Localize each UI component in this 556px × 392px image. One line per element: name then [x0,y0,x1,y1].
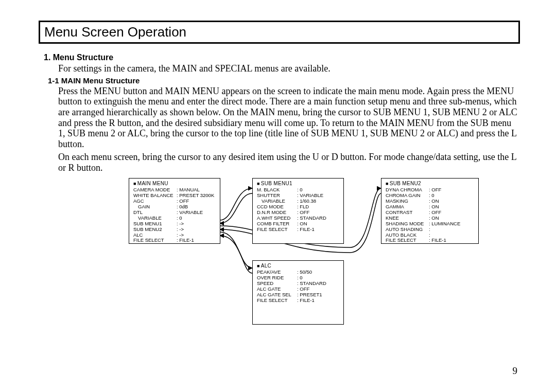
menu-row: FILE SELECT: FILE-1 [257,227,339,233]
menu-row-key: FILE SELECT [257,298,297,304]
text-main-menu-para1: Press the MENU button and MAIN MENU appe… [58,86,520,150]
alc-menu-rows: PEAK/AVE: 50/50OVER RIDE: 0SPEED: STANDA… [257,270,339,304]
menu-row-value: ON [300,221,307,227]
sub-menu1-rows: M. BLACK: 0SHUTTER: VARIABLEVARIABLE: 1/… [257,187,339,232]
main-menu-rows: CAMERA MODE: MANUALWHITE BALANCE: PRESET… [133,187,216,243]
menu-row-key: SHADING MODE [386,221,429,227]
menu-row-key: COMB FILTER [257,221,297,227]
menu-row: SUB MENU1: -> [133,221,216,227]
menu-row-value: FILE-1 [431,238,446,243]
page-title: Menu Screen Operation [39,21,520,44]
menu-row: SUB MENU2: -> [133,227,216,233]
menu-row: FILE SELECT: FILE-1 [386,238,474,243]
menu-row-value: FILE-1 [300,227,315,233]
menu-row: FILE SELECT: FILE-1 [133,238,216,243]
menu-row-key: GAIN [138,204,177,210]
menu-row-value: VARIABLE [179,210,203,216]
menu-row-key: AUTO SHADING [386,227,429,233]
menu-row: FILE SELECT: FILE-1 [257,298,339,304]
main-menu-box: MAIN MENU CAMERA MODE: MANUALWHITE BALAN… [129,178,220,244]
menu-row: WHITE BALANCE: PRESET 3200K [133,193,216,199]
menu-row-value: FILE-1 [300,298,315,304]
menu-row-key: FILE SELECT [133,238,177,243]
menu-row-key: FILE SELECT [386,238,429,243]
menu-row-value: -> [179,227,184,233]
heading-main-menu-structure: 1-1 MAIN Menu Structure [48,76,520,85]
menu-row-sep: : [429,227,431,233]
sub-menu1-title: SUB MENU1 [257,181,339,186]
menu-row-value: FILE-1 [179,238,194,243]
menu-row-key: SUB MENU1 [133,221,177,227]
alc-menu-box: ALC PEAK/AVE: 50/50OVER RIDE: 0SPEED: ST… [252,260,344,325]
sub-menu1-box: SUB MENU1 M. BLACK: 0SHUTTER: VARIABLEVA… [252,178,344,244]
menu-row: COMB FILTER: ON [257,221,339,227]
sub-menu2-rows: DYNA CHROMA: OFFCHROMA GAIN: 0MASKING: O… [386,187,474,243]
heading-menu-structure: 1. Menu Structure [44,53,520,62]
menu-row-value: LUMINANCE [431,221,460,227]
menu-row-key: FILE SELECT [257,227,297,233]
main-menu-title: MAIN MENU [133,181,216,186]
sub-menu2-box: SUB MENU2 DYNA CHROMA: OFFCHROMA GAIN: 0… [381,178,479,244]
menu-structure-diagram: MAIN MENU CAMERA MODE: MANUALWHITE BALAN… [129,178,505,332]
menu-row: AUTO SHADING: [386,227,474,233]
sub-menu2-title: SUB MENU2 [386,181,474,186]
text-main-menu-para2: On each menu screen, bring the cursor to… [58,152,520,173]
page-number: 9 [513,365,518,377]
text-menu-structure: For settings in the camera, the MAIN and… [58,63,520,74]
menu-row: GAIN: 0dB [133,204,216,210]
alc-menu-title: ALC [257,263,339,269]
menu-row-value: -> [179,221,184,227]
menu-row-key: SUB MENU2 [133,227,177,233]
menu-row: SHADING MODE: LUMINANCE [386,221,474,227]
